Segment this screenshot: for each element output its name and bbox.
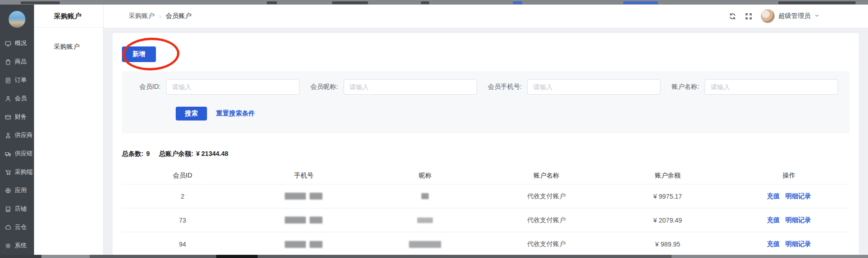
top-bar: 采购账户 › 会员账户 超级管理员 xyxy=(103,5,868,28)
recharge-link[interactable]: 充值 xyxy=(767,240,780,248)
bottom-strip-segment xyxy=(672,255,868,258)
workspace-logo-avatar[interactable] xyxy=(9,11,25,28)
clipped-text-fragment xyxy=(21,1,60,4)
scrollbar-thumb[interactable] xyxy=(216,255,258,258)
cell-member-id: 94 xyxy=(122,241,243,248)
recharge-link[interactable]: 充值 xyxy=(767,192,780,201)
sidebar-item-4[interactable]: 会员 xyxy=(0,89,34,108)
sidebar-item-label: 订单 xyxy=(15,76,27,84)
cell-account-name: 代收支付账户 xyxy=(486,216,607,224)
sidebar-item-8[interactable]: 采购端 xyxy=(0,163,34,181)
add-button[interactable]: 新增 xyxy=(122,46,156,62)
cell-phone-redacted xyxy=(243,193,365,200)
sidebar-item-3[interactable]: 订单 xyxy=(0,71,34,89)
account-name-input[interactable] xyxy=(705,79,838,95)
cell-account-name: 代收支付账户 xyxy=(486,192,607,201)
cell-balance: ¥ 9975.17 xyxy=(607,193,729,200)
summary-line: 总条数: 9 总账户余额: ¥ 21344.48 xyxy=(122,150,850,158)
clipped-text-fragment xyxy=(778,1,856,4)
member-phone-label: 会员手机号: xyxy=(488,83,522,91)
sidebar-item-label: 应用 xyxy=(15,186,27,195)
clipped-text-fragment xyxy=(623,1,658,4)
secondary-sidebar: 采购账户 采购账户 xyxy=(34,5,103,255)
member-phone-field-group: 会员手机号: xyxy=(488,79,661,95)
sidebar-item-5[interactable]: 财务 xyxy=(0,108,34,126)
member-nickname-input[interactable] xyxy=(344,79,477,95)
detail-record-link[interactable]: 明细记录 xyxy=(785,192,811,201)
redaction-blur xyxy=(285,241,306,248)
accounts-table: 会员ID 手机号 昵称 账户名称 账户余额 操作 2 代收支付账户 ¥ 9975… xyxy=(122,167,850,256)
redaction-blur xyxy=(310,241,322,248)
cell-phone-redacted xyxy=(243,217,365,224)
sidebar-item-label: 商品 xyxy=(15,57,27,66)
clipped-text-fragment xyxy=(332,1,368,4)
total-count-value: 9 xyxy=(146,150,150,158)
cell-member-id: 2 xyxy=(122,193,243,200)
breadcrumb-current: 会员账户 xyxy=(166,12,191,20)
redaction-blur xyxy=(409,241,441,248)
total-balance-value: ¥ 21344.48 xyxy=(196,150,228,158)
user-menu[interactable]: 超级管理员 xyxy=(761,9,820,23)
cloud-warehouse-icon xyxy=(5,224,11,231)
col-balance: 账户余额 xyxy=(607,172,729,180)
sidebar-item-1[interactable]: 概况 xyxy=(0,34,34,52)
fullscreen-icon[interactable] xyxy=(745,12,753,20)
shop-store-icon xyxy=(5,206,11,212)
member-phone-input[interactable] xyxy=(527,79,661,95)
cell-account-name: 代收支付账户 xyxy=(486,240,607,248)
sidebar-item-12[interactable]: 系统 xyxy=(0,236,34,255)
cell-balance: ¥ 989.95 xyxy=(607,241,729,248)
cell-phone-redacted xyxy=(243,241,365,248)
cell-actions: 充值 明细记录 xyxy=(728,216,850,224)
redaction-blur xyxy=(417,218,433,223)
cell-actions: 充值 明细记录 xyxy=(728,240,850,248)
search-form: 会员ID: 会员昵称: 会员手机号: 账户名称: xyxy=(122,79,838,95)
refresh-icon[interactable] xyxy=(729,12,736,20)
sidebar-item-label: 概况 xyxy=(15,39,27,47)
member-id-label: 会员ID: xyxy=(139,83,161,91)
reset-search-link[interactable]: 重置搜索条件 xyxy=(216,109,255,118)
detail-record-link[interactable]: 明细记录 xyxy=(785,216,811,224)
account-name-label: 账户名称: xyxy=(672,83,699,91)
sidebar-item-label: 店铺 xyxy=(15,205,27,213)
sidebar-item-label: 供应链 xyxy=(15,149,33,158)
sidebar-item-7[interactable]: 供应链 xyxy=(0,144,34,163)
cell-nickname-redacted xyxy=(364,193,486,199)
sidebar-item-6[interactable]: 供应商 xyxy=(0,126,34,144)
main-sidebar: 概况商品订单会员财务供应商供应链采购端应用店铺云仓系统 xyxy=(0,5,34,255)
redaction-blur xyxy=(421,193,429,199)
chevron-down-icon xyxy=(814,12,820,20)
apps-wheel-icon xyxy=(5,187,11,194)
sidebar-item-2[interactable]: 商品 xyxy=(0,52,34,71)
clipped-text-fragment xyxy=(421,1,429,4)
col-nickname: 昵称 xyxy=(364,172,486,180)
detail-record-link[interactable]: 明细记录 xyxy=(785,240,811,248)
secondary-sidebar-title: 采购账户 xyxy=(34,5,103,28)
member-id-field-group: 会员ID: xyxy=(139,79,299,95)
search-button[interactable]: 搜索 xyxy=(176,107,207,120)
cell-nickname-redacted xyxy=(364,241,486,248)
bottom-scrollbar[interactable] xyxy=(0,255,868,258)
member-nickname-field-group: 会员昵称: xyxy=(310,79,477,95)
account-name-field-group: 账户名称: xyxy=(672,79,838,95)
sidebar-item-11[interactable]: 云仓 xyxy=(0,218,34,236)
breadcrumb-parent[interactable]: 采购账户 xyxy=(129,12,155,20)
cell-balance: ¥ 2079.49 xyxy=(607,217,729,224)
table-row: 2 代收支付账户 ¥ 9975.17 充值 明细记录 xyxy=(122,184,850,208)
bottom-strip-segment xyxy=(41,255,90,258)
top-bar-actions: 超级管理员 xyxy=(729,9,820,23)
redaction-blur xyxy=(310,217,322,224)
sidebar-item-10[interactable]: 店铺 xyxy=(0,200,34,218)
total-count-label: 总条数: xyxy=(122,150,144,158)
sidebar-item-label: 采购端 xyxy=(15,168,33,176)
main-content: 新增 会员ID: 会员昵称: 会员手机号: 账户名称: xyxy=(103,28,868,255)
breadcrumb: 采购账户 › 会员账户 xyxy=(129,12,191,20)
sidebar-item-9[interactable]: 应用 xyxy=(0,181,34,200)
background-window-top-edge xyxy=(0,0,868,5)
redaction-blur xyxy=(310,193,322,200)
member-id-input[interactable] xyxy=(166,79,299,95)
sidebar-item-label: 供应商 xyxy=(15,131,33,139)
recharge-link[interactable]: 充值 xyxy=(767,216,780,224)
sidebar-item-procurement-account[interactable]: 采购账户 xyxy=(34,43,103,51)
col-member-id: 会员ID xyxy=(122,172,243,180)
